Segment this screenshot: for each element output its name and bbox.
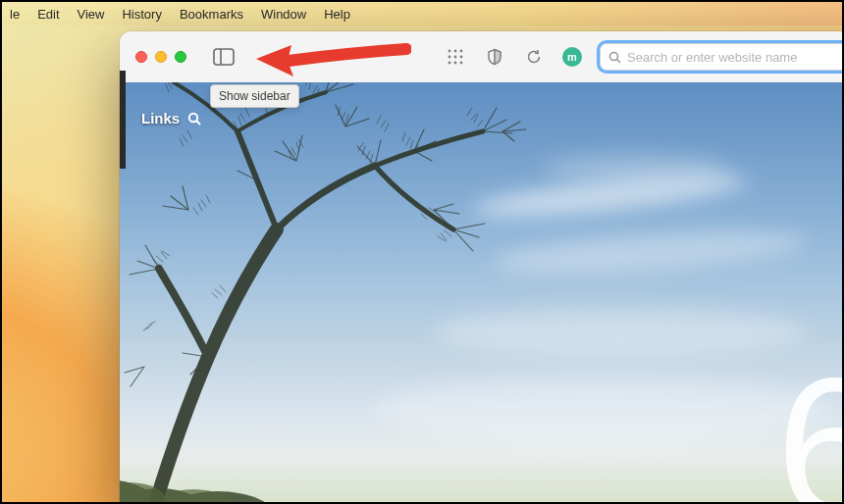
svg-point-19 <box>189 113 197 121</box>
background-tree <box>120 82 620 504</box>
widget-large-number: 6 <box>776 349 844 504</box>
svg-point-2 <box>448 50 451 53</box>
menu-window[interactable]: Window <box>261 7 306 22</box>
svg-line-20 <box>196 121 200 125</box>
sidebar-tooltip: Show sidebar <box>210 84 299 108</box>
svg-point-18 <box>152 489 235 504</box>
menu-help[interactable]: Help <box>324 7 350 22</box>
svg-point-14 <box>120 479 159 504</box>
show-sidebar-button[interactable] <box>210 45 237 69</box>
refresh-button[interactable] <box>523 46 545 68</box>
menu-file[interactable]: le <box>10 7 20 22</box>
minimize-window-button[interactable] <box>155 51 167 63</box>
svg-rect-0 <box>214 49 234 65</box>
search-input[interactable] <box>627 50 841 65</box>
menu-edit[interactable]: Edit <box>37 7 59 22</box>
svg-point-7 <box>460 56 463 59</box>
svg-point-3 <box>454 50 457 53</box>
svg-point-8 <box>448 62 451 65</box>
menu-bookmarks[interactable]: Bookmarks <box>180 7 243 22</box>
sidebar-icon <box>213 48 235 66</box>
address-bar[interactable] <box>600 43 844 71</box>
links-label: Links <box>141 110 180 126</box>
profile-avatar[interactable]: m <box>562 47 582 67</box>
svg-point-10 <box>460 62 463 65</box>
shield-half-icon <box>486 48 503 66</box>
maximize-window-button[interactable] <box>175 51 186 63</box>
svg-point-11 <box>610 52 618 60</box>
system-menubar: le Edit View History Bookmarks Window He… <box>2 2 842 25</box>
svg-point-9 <box>454 62 457 65</box>
menu-history[interactable]: History <box>122 7 161 22</box>
svg-line-12 <box>617 59 621 63</box>
svg-point-6 <box>454 56 457 59</box>
privacy-report-button[interactable] <box>484 46 505 68</box>
refresh-icon <box>525 48 543 66</box>
menu-view[interactable]: View <box>78 7 105 22</box>
profile-initial: m <box>567 51 577 63</box>
search-icon <box>608 51 621 64</box>
svg-point-4 <box>460 50 463 53</box>
start-page-grid-button[interactable] <box>445 46 466 68</box>
close-window-button[interactable] <box>135 51 147 63</box>
svg-point-5 <box>448 56 451 59</box>
search-icon <box>187 112 201 126</box>
favorites-links-section[interactable]: Links <box>141 110 201 126</box>
svg-point-16 <box>159 491 277 504</box>
start-page-content: Links 6 <box>120 82 844 504</box>
grid-icon <box>448 49 463 65</box>
window-controls <box>135 51 186 63</box>
background-window-edge <box>120 71 126 169</box>
svg-point-17 <box>120 482 167 504</box>
safari-window: m Show sidebar <box>120 31 844 504</box>
browser-toolbar: m <box>120 31 844 82</box>
svg-point-15 <box>120 488 208 504</box>
